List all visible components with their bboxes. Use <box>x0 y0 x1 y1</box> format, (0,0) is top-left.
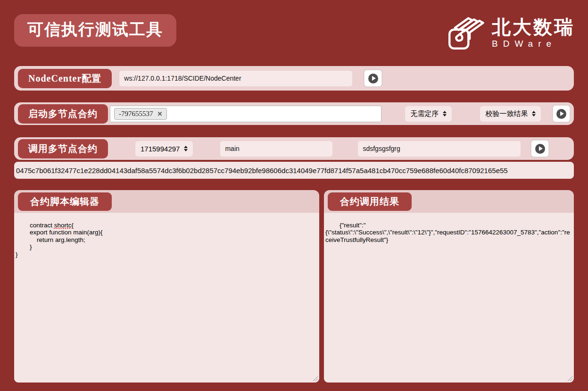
contract-editor-title-button[interactable]: 合约脚本编辑器 <box>18 192 112 211</box>
contract-id-select[interactable]: 1715994297 <box>135 141 193 157</box>
nodecenter-config-button[interactable]: NodeCenter配置 <box>18 69 112 88</box>
play-icon <box>556 109 566 119</box>
start-contract-button[interactable]: 启动多节点合约 <box>18 104 108 124</box>
method-name-input[interactable] <box>220 141 332 157</box>
call-result-output[interactable]: {"result":" {\"status\":\"Success\",\"re… <box>324 213 574 383</box>
arguments-input[interactable] <box>358 141 521 157</box>
bdware-logo: 北大数瑞 BDWare <box>447 13 575 53</box>
contract-id-tag: -797655537 ✕ <box>114 108 167 120</box>
play-icon <box>535 144 545 154</box>
nodecenter-config-bar: NodeCenter配置 <box>14 66 574 91</box>
resize-handle-icon[interactable] <box>313 376 318 382</box>
result-json-text: {"result":" {\"status\":\"Success\",\"re… <box>325 222 570 243</box>
call-contract-bar: 调用多节点合约 1715994297 <box>14 137 574 160</box>
call-result-header: 合约调用结果 <box>324 190 574 213</box>
start-contract-run-button[interactable] <box>553 105 570 122</box>
select-arrows-icon <box>184 146 188 151</box>
nodecenter-run-button[interactable] <box>364 70 382 87</box>
call-result-panel: 合约调用结果 {"result":" {\"status\":\"Success… <box>324 190 574 383</box>
contract-id-select-value: 1715994297 <box>141 145 180 153</box>
select-arrows-icon <box>443 111 447 116</box>
logo-title-cn: 北大数瑞 <box>492 17 575 37</box>
play-icon <box>368 74 378 83</box>
verify-mode-select-value: 校验一致结果 <box>485 109 528 118</box>
call-contract-run-button[interactable] <box>531 140 549 157</box>
order-mode-select[interactable]: 无需定序 <box>405 106 452 122</box>
code-segment: contract <box>30 222 54 229</box>
logo-title-en: BDWare <box>492 39 556 50</box>
verify-mode-select[interactable]: 校验一致结果 <box>480 106 541 122</box>
start-contract-bar: 启动多节点合约 -797655537 ✕ 无需定序 校验一致结果 <box>14 102 574 125</box>
resize-handle-icon[interactable] <box>567 376 573 382</box>
logo-text: 北大数瑞 BDWare <box>492 17 575 50</box>
nodecenter-url-input[interactable] <box>119 71 352 86</box>
code-misspelled-word: shortc <box>54 222 72 229</box>
call-contract-button[interactable]: 调用多节点合约 <box>18 139 108 158</box>
bdware-logo-icon <box>447 13 485 53</box>
contract-editor-header: 合约脚本编辑器 <box>14 190 319 213</box>
page: 可信执行测试工具 北大数瑞 BDWare NodeCe <box>0 0 588 391</box>
top-bar: 可信执行测试工具 北大数瑞 BDWare <box>0 0 588 53</box>
page-title: 可信执行测试工具 <box>14 14 176 47</box>
contract-editor-panel: 合约脚本编辑器 contract shortc{ export function… <box>14 190 319 383</box>
contract-id-tag-label: -797655537 <box>119 110 153 118</box>
contract-code-editor[interactable]: contract shortc{ export function main(ar… <box>14 213 319 383</box>
panels: 合约脚本编辑器 contract shortc{ export function… <box>14 190 574 383</box>
call-result-title-button[interactable]: 合约调用结果 <box>328 192 412 211</box>
select-arrows-icon <box>532 111 536 116</box>
tag-remove-icon[interactable]: ✕ <box>157 111 163 117</box>
contract-id-tag-input[interactable]: -797655537 ✕ <box>110 106 381 122</box>
contract-hash-output: 0475c7b061f32477c1e228dd04143daf58a5574d… <box>14 162 574 179</box>
order-mode-select-value: 无需定序 <box>410 109 439 118</box>
